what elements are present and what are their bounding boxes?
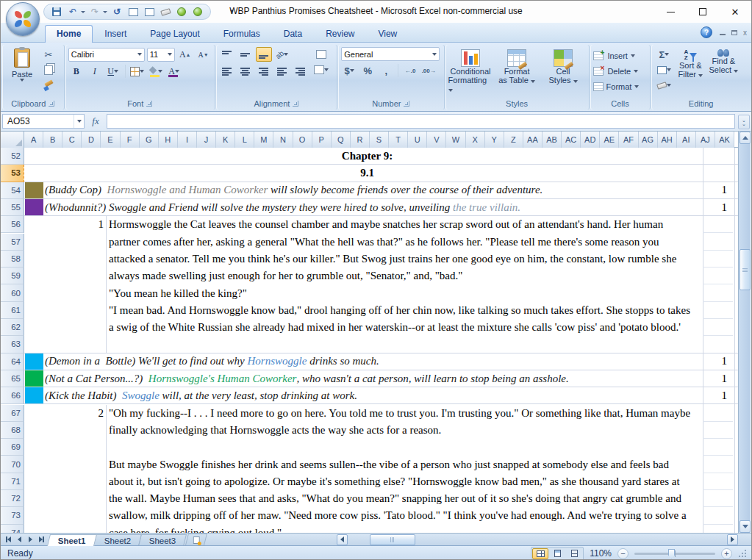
sheet-tab-sheet1[interactable]: Sheet1	[47, 534, 97, 546]
alignment-dialog-launcher[interactable]	[293, 101, 298, 107]
column-header-F[interactable]: F	[121, 132, 140, 148]
row-header-65[interactable]: 65	[1, 370, 24, 387]
font-color-button[interactable]: A	[166, 64, 182, 79]
column-header-AA[interactable]: AA	[523, 132, 542, 148]
page-break-view-button[interactable]	[566, 548, 582, 559]
scroll-down-button[interactable]	[740, 520, 751, 533]
select-all-button[interactable]	[1, 132, 24, 148]
row-header-61[interactable]: 61	[1, 302, 24, 319]
align-bottom-button[interactable]	[256, 47, 272, 62]
first-sheet-button[interactable]	[3, 534, 13, 545]
find-select-button[interactable]: Find & Select	[707, 47, 740, 74]
column-header-B[interactable]: B	[43, 132, 62, 148]
minimize-button[interactable]	[654, 1, 687, 23]
column-header-T[interactable]: T	[389, 132, 408, 148]
bold-button[interactable]: B	[68, 64, 85, 79]
grid-row-71[interactable]: about it, but isn't going to apologize. …	[24, 473, 739, 490]
column-header-A[interactable]: A	[24, 132, 43, 148]
next-sheet-button[interactable]	[25, 534, 35, 545]
row-header-64[interactable]: 64	[1, 353, 24, 370]
row-header-73[interactable]: 73	[1, 507, 24, 524]
tab-formulas[interactable]: Formulas	[212, 25, 272, 43]
column-header-K[interactable]: K	[216, 132, 235, 148]
tab-home[interactable]: Home	[45, 25, 93, 43]
column-header-AF[interactable]: AF	[619, 132, 638, 148]
column-header-AC[interactable]: AC	[562, 132, 581, 148]
percent-style-button[interactable]: %	[359, 63, 376, 78]
column-header-N[interactable]: N	[273, 132, 293, 148]
column-header-H[interactable]: H	[159, 132, 178, 148]
formula-input[interactable]	[107, 114, 735, 129]
column-header-S[interactable]: S	[370, 132, 389, 148]
column-header-O[interactable]: O	[293, 132, 312, 148]
align-left-button[interactable]	[219, 64, 235, 79]
expand-formula-bar-button[interactable]: ⌄⌄	[738, 115, 750, 129]
column-header-AG[interactable]: AG	[639, 132, 658, 148]
column-header-G[interactable]: G	[140, 132, 159, 148]
clipboard-dialog-launcher[interactable]	[49, 101, 54, 107]
scroll-right-button[interactable]	[727, 534, 738, 545]
grid-row-57[interactable]: partner comes after her, asking a genera…	[24, 234, 739, 251]
help-button[interactable]: ?	[701, 26, 712, 38]
scroll-left-button[interactable]	[337, 534, 348, 545]
grid-row-53[interactable]: 9.1	[24, 165, 739, 182]
shrink-font-button[interactable]: A▼	[196, 47, 212, 62]
office-button[interactable]	[6, 2, 40, 36]
fill-button[interactable]	[656, 62, 672, 77]
grid-row-70[interactable]: But maybe Swoggle finishes her drink and…	[24, 456, 739, 473]
zoom-slider[interactable]	[634, 553, 715, 555]
grid-row-56[interactable]: 1Hormswoggle the Cat leaves the counsel …	[24, 216, 739, 233]
column-header-AI[interactable]: AI	[677, 132, 696, 148]
workbook-close-button[interactable]: x	[743, 29, 747, 37]
delete-cells-button[interactable]: ×Delete	[593, 63, 639, 79]
row-header-55[interactable]: 55	[1, 199, 24, 216]
column-header-AE[interactable]: AE	[600, 132, 619, 148]
close-button[interactable]: ✕	[719, 1, 751, 23]
format-as-table-button[interactable]: Format as Table	[495, 47, 540, 85]
row-header-59[interactable]: 59	[1, 268, 24, 284]
grid-row-60[interactable]: "You mean he killed the king?"	[24, 284, 739, 301]
clear-button[interactable]	[656, 78, 672, 93]
borders-button[interactable]	[129, 64, 146, 79]
autosum-button[interactable]: Σ	[656, 47, 672, 62]
underline-button[interactable]: U	[105, 64, 121, 79]
zoom-out-button[interactable]: −	[617, 548, 629, 559]
grid-row-54[interactable]: (Buddy Cop) Hornswoggle and Human Cowork…	[24, 182, 739, 199]
row-header-52[interactable]: 52	[1, 148, 24, 165]
sheet-tab-sheet3[interactable]: Sheet3	[138, 534, 187, 546]
vertical-scroll-thumb[interactable]	[740, 249, 751, 290]
comma-style-button[interactable]: ,	[378, 63, 394, 78]
row-header-60[interactable]: 60	[1, 284, 24, 301]
row-header-57[interactable]: 57	[1, 234, 24, 251]
row-header-56[interactable]: 56	[1, 216, 24, 233]
horizontal-scroll-thumb[interactable]	[370, 534, 415, 545]
cut-button[interactable]: ✂	[40, 47, 57, 62]
grid-row-63[interactable]	[24, 336, 739, 353]
vertical-scrollbar[interactable]	[738, 132, 751, 533]
increase-decimal-button[interactable]: ←.0	[402, 63, 418, 78]
column-header-E[interactable]: E	[101, 132, 120, 148]
grid-row-74[interactable]: case here, for fucking crying out loud."	[24, 525, 739, 533]
number-format-combo[interactable]: General	[341, 47, 440, 61]
merge-center-button[interactable]	[313, 62, 329, 77]
zoom-in-button[interactable]: +	[721, 548, 732, 559]
grid-row-52[interactable]: Chapter 9:	[24, 148, 739, 165]
increase-indent-button[interactable]	[293, 64, 309, 79]
grid-row-59[interactable]: always made swelling just enough for her…	[24, 268, 739, 284]
orientation-button[interactable]: ab	[274, 47, 290, 62]
paste-button[interactable]: Paste	[5, 47, 39, 82]
grid-row-67[interactable]: 2"Oh my fucking--I . . . I need more to …	[24, 405, 739, 422]
column-header-D[interactable]: D	[82, 132, 101, 148]
tab-data[interactable]: Data	[272, 25, 314, 43]
column-header-I[interactable]: I	[178, 132, 197, 148]
row-header-58[interactable]: 58	[1, 251, 24, 268]
fill-color-button[interactable]	[148, 64, 164, 79]
resize-grip[interactable]	[738, 549, 747, 558]
format-painter-button[interactable]	[40, 78, 57, 93]
grid-row-68[interactable]: finally acknowledging that Hornswoggle a…	[24, 422, 739, 439]
font-family-combo[interactable]: Calibri	[68, 48, 145, 62]
copy-button[interactable]	[40, 62, 57, 77]
row-header-63[interactable]: 63	[1, 336, 24, 353]
prev-sheet-button[interactable]	[14, 534, 24, 545]
column-header-C[interactable]: C	[62, 132, 82, 148]
